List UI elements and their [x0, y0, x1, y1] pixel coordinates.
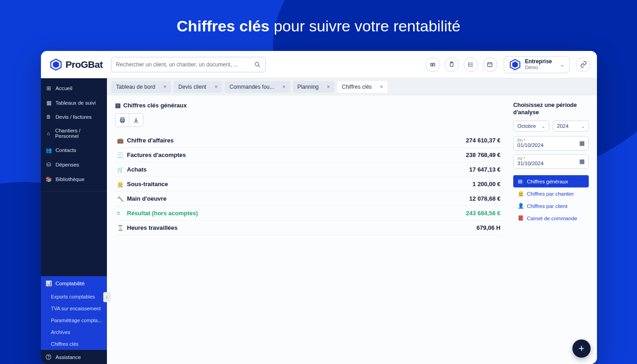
period-title: Choisissez une période d'analyse [513, 102, 589, 116]
filter-item-3[interactable]: 📕Carnet de commande [513, 212, 589, 224]
search-input-wrap[interactable] [111, 57, 266, 72]
nav-icon: ▦ [46, 100, 52, 106]
close-icon[interactable]: × [214, 84, 217, 90]
sidebar-item-assistance[interactable]: Assistance [41, 350, 107, 364]
nav-icon: 🗎 [46, 114, 52, 120]
stat-label: Résultat (hors acomptes) [127, 210, 198, 217]
tab-label: Commandes fou... [229, 84, 274, 90]
sidebar-sub-item-4[interactable]: Chiffres clés [41, 338, 107, 350]
sidebar-item-label: Assistance [56, 354, 81, 360]
tab-label: Devis client [178, 84, 206, 90]
stat-icon: 💼 [117, 137, 123, 144]
sidebar-item-label: Tableaux de suivi [56, 100, 96, 106]
stat-value: 238 768,49 € [466, 152, 500, 158]
nav-icon: 👥 [46, 147, 52, 153]
sidebar-item-2[interactable]: 🗎Devis / factures [41, 110, 107, 124]
tab-2[interactable]: Commandes fou...× [225, 81, 290, 93]
company-selector[interactable]: Entreprise Démo ⌄ [504, 56, 570, 73]
sidebar-item-4[interactable]: 👥Contacts [41, 143, 107, 157]
sidebar-sub-item-1[interactable]: TVA sur encaissement [41, 303, 107, 314]
tab-3[interactable]: Planning× [293, 81, 335, 93]
svg-line-3 [258, 65, 260, 67]
date-to-field[interactable]: Au * 31/10/2024 ▦ [513, 154, 589, 169]
stat-row-2: 🛒Achats17 647,13 € [115, 162, 502, 177]
svg-point-2 [255, 62, 258, 66]
year-select[interactable]: 2024 ⌄ [553, 121, 589, 131]
calculator-icon: ▤ [115, 102, 121, 109]
company-icon [509, 58, 521, 71]
filter-icon: 👤 [518, 203, 523, 209]
close-icon[interactable]: × [327, 84, 330, 90]
filter-label: Chiffres généraux [527, 179, 568, 184]
nav-icon: ⛁ [46, 162, 52, 168]
stat-row-4: 🔨Main d'oeuvre12 078,68 € [115, 192, 502, 206]
filter-label: Carnet de commande [527, 216, 577, 221]
calendar-icon[interactable] [483, 57, 497, 72]
stat-icon: 🛒 [117, 167, 123, 173]
stat-value: 243 684,56 € [466, 210, 500, 217]
logo-text: ProGBat [66, 59, 103, 70]
filter-label: Chiffres par chantier [527, 191, 574, 197]
list-icon[interactable] [464, 57, 478, 72]
month-select[interactable]: Octobre ⌄ [513, 121, 549, 131]
stat-row-1: 🧾Factures d'acomptes238 768,49 € [115, 148, 502, 162]
sidebar-item-6[interactable]: 📚Bibliothèque [41, 172, 107, 187]
filter-icon: 📕 [518, 215, 523, 221]
sidebar-sub-item-3[interactable]: Archives [41, 326, 107, 338]
sidebar: ⊞Accueil▦Tableaux de suivi🗎Devis / factu… [41, 78, 107, 364]
tab-4[interactable]: Chiffres clés× [337, 81, 388, 93]
svg-marker-18 [512, 61, 518, 68]
sidebar-sub-item-2[interactable]: Paramétrage compta... [41, 314, 107, 326]
sidebar-item-comptabilite[interactable]: 📊 Comptabilité [41, 276, 107, 291]
filter-item-1[interactable]: 👷Chiffres par chantier [513, 187, 589, 200]
search-icon[interactable] [254, 61, 261, 68]
print-button[interactable] [116, 114, 129, 126]
logo-icon [49, 58, 63, 71]
chart-icon: 📊 [46, 280, 52, 287]
search-input[interactable] [116, 61, 254, 68]
action-btn-1[interactable] [425, 57, 440, 72]
calendar-icon: ▦ [579, 140, 585, 147]
close-icon[interactable]: × [163, 84, 167, 90]
stat-row-0: 💼Chiffre d'affaires274 610,37 € [115, 133, 502, 148]
main-area: Tableau de bord×Devis client×Commandes f… [107, 78, 597, 364]
svg-point-20 [48, 358, 49, 359]
link-icon[interactable] [576, 57, 591, 72]
tab-0[interactable]: Tableau de bord× [111, 81, 171, 93]
sidebar-collapse-handle[interactable]: ‹ [103, 292, 111, 302]
sidebar-item-1[interactable]: ▦Tableaux de suivi [41, 96, 107, 110]
svg-marker-1 [53, 61, 59, 68]
sidebar-item-3[interactable]: ⌂Chantiers / Personnel [41, 124, 107, 143]
tab-label: Chiffres clés [342, 84, 372, 90]
mini-toolbar [115, 113, 143, 127]
tab-1[interactable]: Devis client× [174, 81, 222, 93]
fab-add-button[interactable]: + [572, 339, 591, 358]
clipboard-icon[interactable] [445, 57, 459, 72]
nav-icon: ⌂ [46, 131, 51, 136]
filter-icon: 👷 [518, 191, 523, 197]
sidebar-item-5[interactable]: ⛁Dépenses [41, 157, 107, 172]
stat-value: 274 610,37 € [466, 137, 500, 144]
stat-row-6: ⌛Heures travaillées679,06 H [115, 221, 502, 235]
download-button[interactable] [129, 114, 143, 126]
sidebar-sub-item-0[interactable]: Exports comptables [41, 291, 107, 303]
nav-icon: ⊞ [46, 85, 52, 91]
sidebar-item-label: Accueil [56, 86, 72, 91]
stat-label: Heures travaillées [127, 224, 177, 231]
close-icon[interactable]: × [380, 84, 383, 90]
sidebar-item-0[interactable]: ⊞Accueil [41, 81, 107, 96]
company-sub: Démo [525, 65, 552, 70]
date-from-field[interactable]: Du * 01/10/2024 ▦ [513, 136, 589, 151]
filter-item-2[interactable]: 👤Chiffres par client [513, 200, 589, 212]
stat-row-3: 👷Sous-traitance1 200,00 € [115, 177, 502, 192]
chevron-down-icon: ⌄ [541, 124, 545, 129]
stat-value: 679,06 H [476, 224, 500, 231]
stat-label: Sous-traitance [127, 181, 168, 187]
help-icon [46, 354, 52, 360]
sidebar-item-label: Bibliothèque [56, 177, 84, 182]
close-icon[interactable]: × [283, 84, 286, 90]
sidebar-item-label: Chantiers / Personnel [55, 128, 102, 139]
app-logo[interactable]: ProGBat [47, 58, 105, 71]
filter-item-0[interactable]: ▤Chiffres généraux [513, 175, 589, 187]
svg-point-10 [468, 62, 469, 63]
